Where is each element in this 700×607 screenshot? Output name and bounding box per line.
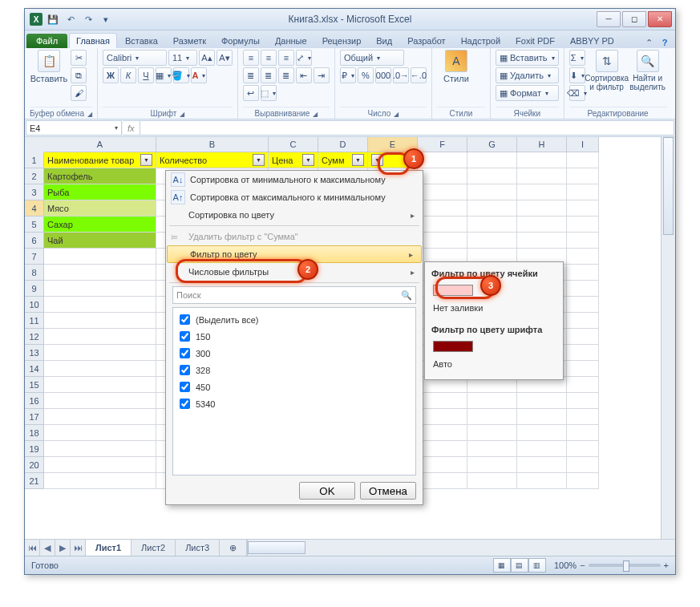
filter-value-item[interactable]: 450 <box>176 378 412 395</box>
cell-G2[interactable] <box>467 168 517 184</box>
border-icon[interactable]: ▦ <box>156 67 172 83</box>
bold-button[interactable]: Ж <box>103 67 119 83</box>
zoom-out-icon[interactable]: − <box>580 560 585 570</box>
cell-H20[interactable] <box>517 457 567 473</box>
cell-B1[interactable]: Количество▼ <box>156 152 269 168</box>
col-header-D[interactable]: D <box>318 137 368 152</box>
row-header-12[interactable]: 12 <box>25 329 44 345</box>
tab-надстрой[interactable]: Надстрой <box>454 33 508 48</box>
filter-value-item[interactable]: 300 <box>176 345 412 362</box>
tab-рецензир[interactable]: Рецензир <box>315 33 369 48</box>
filter-checkbox[interactable] <box>180 382 190 392</box>
col-header-B[interactable]: B <box>156 137 269 152</box>
cell-A10[interactable] <box>44 297 156 313</box>
align-right-icon[interactable]: ≣ <box>278 67 294 83</box>
ribbon-minimize-icon[interactable]: ⌃ <box>643 37 654 48</box>
row-header-1[interactable]: 1 <box>25 152 44 168</box>
cell-H5[interactable] <box>517 216 567 233</box>
cell-F1[interactable] <box>418 152 467 168</box>
fx-icon[interactable]: fx <box>127 123 135 133</box>
select-all-corner[interactable] <box>25 137 45 153</box>
horizontal-scrollbar[interactable] <box>247 540 675 556</box>
tab-вид[interactable]: Вид <box>369 33 399 48</box>
minimize-button[interactable]: ─ <box>597 11 621 27</box>
cell-I21[interactable] <box>567 473 599 489</box>
cell-F19[interactable] <box>418 441 467 457</box>
cell-G1[interactable] <box>467 152 517 168</box>
cell-H3[interactable] <box>517 184 567 200</box>
cell-I12[interactable] <box>567 329 599 345</box>
cell-A16[interactable] <box>44 393 156 409</box>
tab-разметк[interactable]: Разметк <box>166 33 213 48</box>
cell-G3[interactable] <box>467 184 517 200</box>
font-color-icon[interactable]: A <box>191 67 207 83</box>
row-header-21[interactable]: 21 <box>25 473 44 489</box>
cell-I5[interactable] <box>567 216 599 233</box>
cell-D1[interactable]: Сумм▼ <box>318 152 368 168</box>
row-header-11[interactable]: 11 <box>25 313 44 329</box>
row-header-2[interactable]: 2 <box>25 168 44 184</box>
zoom-in-icon[interactable]: + <box>664 560 669 570</box>
clipboard-launcher-icon[interactable]: ◢ <box>87 111 92 118</box>
cell-I3[interactable] <box>567 184 599 200</box>
cell-I16[interactable] <box>567 393 599 409</box>
inc-decimal-icon[interactable]: .0→ <box>393 67 409 83</box>
row-header-8[interactable]: 8 <box>25 265 44 281</box>
cell-G5[interactable] <box>467 216 517 233</box>
row-header-3[interactable]: 3 <box>25 184 44 200</box>
cell-A20[interactable] <box>44 457 156 473</box>
cell-A18[interactable] <box>44 425 156 441</box>
view-layout-icon[interactable]: ▤ <box>511 558 528 573</box>
no-fill-item[interactable]: Нет заливки <box>430 299 558 317</box>
cell-A4[interactable]: Мясо <box>44 200 156 216</box>
qat-undo-icon[interactable]: ↶ <box>63 12 78 26</box>
font-name-combo[interactable]: Calibri <box>103 50 167 66</box>
row-header-7[interactable]: 7 <box>25 249 44 265</box>
cell-A1[interactable]: Наименование товар▼ <box>44 152 156 168</box>
sheet-nav-first-icon[interactable]: ⏮ <box>25 540 40 556</box>
cell-F17[interactable] <box>418 409 467 425</box>
cell-H17[interactable] <box>517 409 567 425</box>
name-box[interactable]: E4 ▾ <box>26 120 122 136</box>
styles-button[interactable]: A Стили <box>437 50 475 83</box>
align-bottom-icon[interactable]: ≡ <box>278 50 294 66</box>
align-left-icon[interactable]: ≣ <box>243 67 259 83</box>
sort-desc-item[interactable]: A↑ Сортировка от максимального к минимал… <box>166 188 423 206</box>
font-size-combo[interactable]: 11 <box>168 50 197 66</box>
filter-button-icon[interactable]: ▼ <box>253 154 265 166</box>
filter-button-icon[interactable]: ▼ <box>140 154 152 166</box>
cell-C1[interactable]: Цена▼ <box>269 152 318 168</box>
row-header-17[interactable]: 17 <box>25 409 44 425</box>
fill-icon[interactable]: ⬇ <box>569 67 585 83</box>
cell-G18[interactable] <box>467 425 517 441</box>
cell-A5[interactable]: Сахар <box>44 216 156 233</box>
filter-values-list[interactable]: (Выделить все)1503003284505340 <box>172 307 416 475</box>
help-icon[interactable]: ? <box>659 37 670 48</box>
shrink-font-icon[interactable]: A▾ <box>216 50 233 66</box>
fill-color-icon[interactable]: 🪣 <box>173 67 189 83</box>
cell-H16[interactable] <box>517 393 567 409</box>
filter-button-icon[interactable]: ▼ <box>302 154 314 166</box>
cell-A3[interactable]: Рыба <box>44 184 156 200</box>
font-color-auto-item[interactable]: Авто <box>430 355 558 373</box>
orientation-icon[interactable]: ⤢ <box>296 50 312 66</box>
autosum-icon[interactable]: Σ <box>569 50 585 66</box>
cell-I2[interactable] <box>567 168 599 184</box>
cell-H4[interactable] <box>517 200 567 216</box>
cell-H6[interactable] <box>517 233 567 249</box>
cell-A2[interactable]: Картофель <box>44 168 156 184</box>
cell-G21[interactable] <box>467 473 517 489</box>
row-header-20[interactable]: 20 <box>25 457 44 473</box>
cell-F20[interactable] <box>418 457 467 473</box>
cell-F2[interactable] <box>418 168 467 184</box>
close-button[interactable]: ✕ <box>648 11 672 27</box>
filter-search-input[interactable]: Поиск 🔍 <box>172 286 416 304</box>
tab-abbyy pd[interactable]: ABBYY PD <box>563 33 621 48</box>
view-normal-icon[interactable]: ▦ <box>493 558 511 573</box>
cell-H2[interactable] <box>517 168 567 184</box>
qat-redo-icon[interactable]: ↷ <box>81 12 95 26</box>
filter-ok-button[interactable]: OK <box>299 482 355 500</box>
col-header-F[interactable]: F <box>418 137 467 152</box>
tab-file[interactable]: Файл <box>26 34 67 48</box>
tab-данные[interactable]: Данные <box>268 33 314 48</box>
